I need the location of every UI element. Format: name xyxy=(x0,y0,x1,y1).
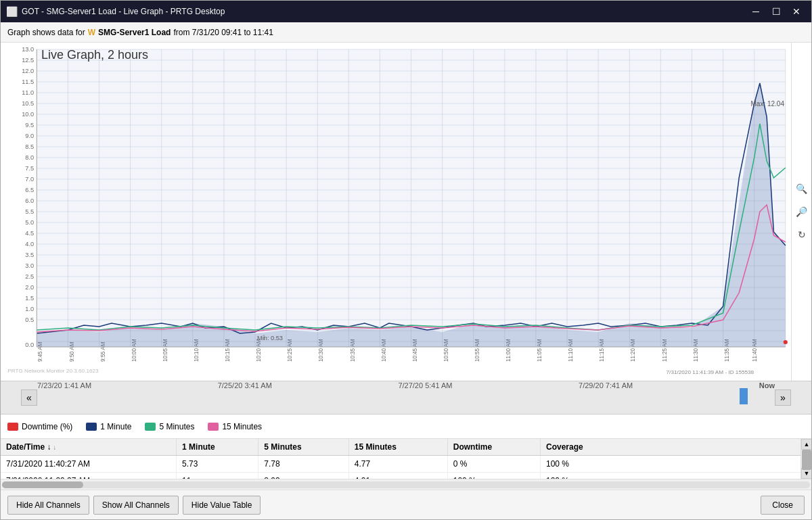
svg-text:2.5: 2.5 xyxy=(25,273,34,280)
timeline-now-label: Now xyxy=(759,381,775,389)
window-close-button[interactable]: ✕ xyxy=(787,2,806,21)
chart-svg: 13.0 12.5 12.0 11.5 11.0 10.5 10.0 9.5 9… xyxy=(1,43,791,381)
refresh-button[interactable]: ↻ xyxy=(794,227,809,242)
legend-1min-label: 1 Minute xyxy=(100,422,131,431)
window-title: GOT - SMG-Server1 Load - Live Graph - PR… xyxy=(22,7,225,16)
table-scrollbar-v[interactable]: ▲ ▼ xyxy=(800,439,811,479)
maximize-button[interactable]: ☐ xyxy=(767,2,786,21)
cell-downtime: 0 % xyxy=(447,456,540,473)
svg-text:4.0: 4.0 xyxy=(25,241,34,247)
svg-text:7/31/2020 11:41:39 AM - ID 155: 7/31/2020 11:41:39 AM - ID 155538 xyxy=(667,369,754,375)
minimize-button[interactable]: ─ xyxy=(746,2,765,21)
cell-coverage: 100 % xyxy=(541,456,811,473)
scroll-track xyxy=(801,450,811,468)
legend-downtime-color xyxy=(7,423,18,431)
svg-text:13.0: 13.0 xyxy=(22,46,34,53)
svg-text:12.0: 12.0 xyxy=(22,68,34,74)
svg-text:1.0: 1.0 xyxy=(25,306,34,312)
svg-text:9.5: 9.5 xyxy=(25,122,34,128)
subtitle-range: from 7/31/20 09:41 to 11:41 xyxy=(173,28,273,37)
timeline-label-3: 7/27/20 5:41 AM xyxy=(398,381,452,389)
chart-inner: Live Graph, 2 hours Max: 12.04 xyxy=(1,43,791,381)
cell-15min: 4.77 xyxy=(348,456,447,473)
table-row: 7/31/2020 11:40:27 AM 5.73 7.78 4.77 0 %… xyxy=(1,456,811,473)
svg-text:3.5: 3.5 xyxy=(25,252,34,258)
svg-text:6.0: 6.0 xyxy=(25,197,34,204)
legend-1min: 1 Minute xyxy=(86,422,131,431)
title-bar-controls: ─ ☐ ✕ xyxy=(746,2,806,21)
close-button[interactable]: Close xyxy=(761,496,805,515)
app-icon: ⬜ xyxy=(6,6,18,17)
svg-text:9.0: 9.0 xyxy=(25,133,34,139)
cell-1min: 5.73 xyxy=(177,456,258,473)
legend-5min: 5 Minutes xyxy=(145,422,194,431)
svg-text:10.5: 10.5 xyxy=(22,100,34,107)
col-1min: 1 Minute xyxy=(177,439,258,456)
zoom-out-button[interactable]: 🔎 xyxy=(794,204,809,219)
sensor-icon: W xyxy=(88,28,95,37)
cell-5min: 7.78 xyxy=(258,456,349,473)
legend-5min-label: 5 Minutes xyxy=(159,422,194,431)
timeline-position-marker xyxy=(740,388,748,404)
legend-15min-color xyxy=(208,423,219,431)
zoom-in-button[interactable]: 🔍 xyxy=(794,181,809,196)
legend-1min-color xyxy=(86,423,97,431)
table-row: 7/31/2020 11:39:27 AM 11 8.93 4.91 100 %… xyxy=(1,473,811,479)
cell-downtime: 100 % xyxy=(447,473,540,479)
scroll-up-btn[interactable]: ▲ xyxy=(801,439,811,450)
col-datetime[interactable]: Date/Time ↓ xyxy=(1,439,177,456)
legend-15min: 15 Minutes xyxy=(208,422,262,431)
timeline-labels: 7/23/20 1:41 AM 7/25/20 3:41 AM 7/27/20 … xyxy=(37,381,775,389)
timeline-label-1: 7/23/20 1:41 AM xyxy=(37,381,91,389)
svg-text:Min: 0.53: Min: 0.53 xyxy=(257,335,283,341)
svg-text:6.5: 6.5 xyxy=(25,187,34,193)
svg-text:0.5: 0.5 xyxy=(25,316,34,323)
svg-text:0.0: 0.0 xyxy=(25,341,34,348)
bottom-bar: Hide All Channels Show All Channels Hide… xyxy=(1,490,811,519)
svg-text:8.5: 8.5 xyxy=(25,143,34,150)
svg-text:2.0: 2.0 xyxy=(25,284,34,291)
svg-text:12.5: 12.5 xyxy=(22,57,34,64)
svg-text:7.5: 7.5 xyxy=(25,165,34,172)
graph-title: Live Graph, 2 hours xyxy=(41,48,148,62)
svg-text:1.5: 1.5 xyxy=(25,295,34,302)
cell-1min: 11 xyxy=(177,473,258,479)
svg-text:11.5: 11.5 xyxy=(22,78,34,85)
table-header-row: Date/Time ↓ 1 Minute 5 Minutes 15 Minute… xyxy=(1,439,811,456)
legend-15min-label: 15 Minutes xyxy=(222,422,262,431)
svg-text:PRTG Network Monitor 20.3.60.1: PRTG Network Monitor 20.3.60.1623 xyxy=(7,368,99,374)
legend-downtime-label: Downtime (%) xyxy=(22,422,72,431)
cell-coverage: 100 % xyxy=(541,473,811,479)
h-scroll-thumb[interactable] xyxy=(2,481,83,488)
h-scroll-track xyxy=(2,481,810,488)
table-scrollbar-h[interactable] xyxy=(1,479,811,490)
svg-text:4.5: 4.5 xyxy=(25,230,34,237)
show-all-button[interactable]: Show All Channels xyxy=(93,496,179,515)
timeline-label-2: 7/25/20 3:41 AM xyxy=(218,381,272,389)
svg-text:11.0: 11.0 xyxy=(22,89,34,96)
main-content: Live Graph, 2 hours Max: 12.04 xyxy=(1,43,811,519)
cell-5min: 8.93 xyxy=(258,473,349,479)
scroll-thumb[interactable] xyxy=(802,450,811,470)
data-table: Date/Time ↓ 1 Minute 5 Minutes 15 Minute… xyxy=(1,439,811,479)
svg-text:5.0: 5.0 xyxy=(25,219,34,226)
hide-table-button[interactable]: Hide Value Table xyxy=(183,496,261,515)
prev-button[interactable]: « xyxy=(21,389,37,406)
col-coverage: Coverage xyxy=(541,439,811,456)
max-label: Max: 12.04 xyxy=(751,100,784,108)
legend-bar: Downtime (%) 1 Minute 5 Minutes 15 Minut… xyxy=(1,415,811,439)
cell-15min: 4.91 xyxy=(348,473,447,479)
svg-text:5.5: 5.5 xyxy=(25,208,34,215)
legend-downtime: Downtime (%) xyxy=(7,422,72,431)
cell-datetime: 7/31/2020 11:39:27 AM xyxy=(1,473,177,479)
col-5min: 5 Minutes xyxy=(258,439,349,456)
table-area: Date/Time ↓ 1 Minute 5 Minutes 15 Minute… xyxy=(1,439,811,490)
next-button[interactable]: » xyxy=(775,389,791,406)
timeline-bar: « 7/23/20 1:41 AM 7/25/20 3:41 AM 7/27/2… xyxy=(1,381,811,415)
table-scroll[interactable]: Date/Time ↓ 1 Minute 5 Minutes 15 Minute… xyxy=(1,439,811,479)
main-window: ⬜ GOT - SMG-Server1 Load - Live Graph - … xyxy=(0,0,812,520)
title-bar-left: ⬜ GOT - SMG-Server1 Load - Live Graph - … xyxy=(6,6,225,17)
hide-all-button[interactable]: Hide All Channels xyxy=(7,496,89,515)
svg-point-111 xyxy=(784,340,788,344)
timeline-inner: 7/23/20 1:41 AM 7/25/20 3:41 AM 7/27/20 … xyxy=(37,381,775,414)
